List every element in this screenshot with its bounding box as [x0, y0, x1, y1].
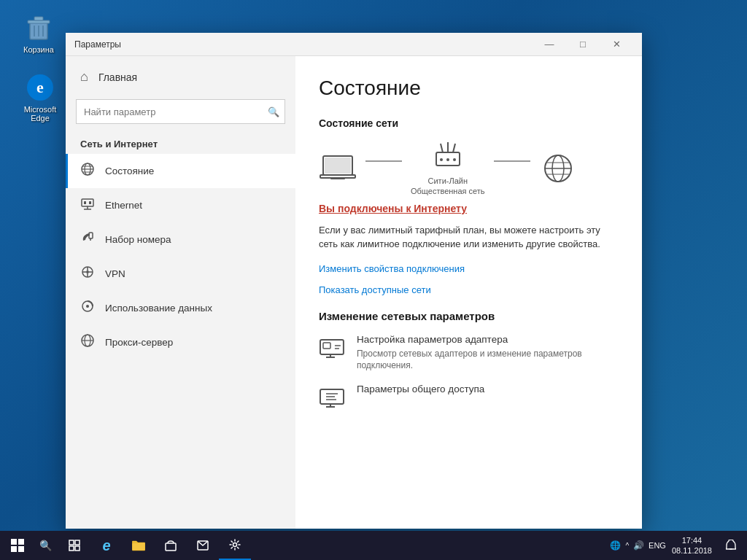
adapter-settings-title[interactable]: Настройка параметров адаптера	[357, 334, 619, 345]
mail-icon	[197, 540, 209, 551]
sidebar-section-title: Сеть и Интернет	[66, 131, 295, 154]
chevron-up-icon[interactable]: ^	[625, 542, 629, 550]
edge-icon[interactable]: e Microsoft Edge	[15, 73, 66, 122]
sidebar-item-ethernet-label: Ethernet	[105, 200, 142, 211]
sidebar-item-proxy-label: Прокси-сервер	[105, 337, 173, 348]
recycle-bin-icon[interactable]: Корзина	[13, 13, 64, 54]
clock-time: 17:44	[682, 535, 703, 545]
taskbar-store[interactable]	[155, 531, 187, 560]
show-networks-link[interactable]: Показать доступные сети	[319, 284, 619, 295]
task-view-icon	[69, 540, 80, 551]
taskbar-mail[interactable]	[187, 531, 219, 560]
line1	[365, 160, 402, 162]
sidebar: ⌂ Главная 🔍 Сеть и Интернет	[66, 56, 295, 529]
minimize-button[interactable]: —	[533, 33, 566, 56]
svg-rect-1	[28, 20, 50, 23]
svg-rect-62	[18, 546, 24, 552]
taskbar: 🔍 e	[0, 531, 747, 560]
svg-rect-2	[34, 17, 43, 20]
svg-rect-16	[84, 201, 86, 204]
taskbar-items: e	[58, 531, 251, 560]
svg-rect-66	[75, 546, 80, 551]
network-tray-icon: 🌐	[610, 540, 621, 551]
lang-indicator: ENG	[649, 541, 666, 550]
maximize-button[interactable]: □	[566, 33, 600, 56]
clock-date: 08.11.2018	[672, 545, 712, 556]
window-body: ⌂ Главная 🔍 Сеть и Интернет	[66, 56, 642, 529]
start-button[interactable]	[3, 531, 32, 560]
sidebar-item-status[interactable]: Состояние	[66, 154, 295, 188]
windows-logo	[11, 539, 24, 552]
laptop-icon	[319, 153, 357, 184]
trash-svg	[24, 13, 53, 42]
desktop: Корзина e Microsoft Edge Параметры — □ ✕	[0, 0, 747, 560]
title-bar: Параметры — □ ✕	[66, 33, 642, 56]
sidebar-item-proxy[interactable]: Прокси-сервер	[66, 325, 295, 359]
adapter-settings-card: Настройка параметров адаптера Просмотр с…	[319, 334, 619, 373]
svg-line-36	[441, 144, 443, 152]
svg-point-70	[233, 543, 237, 547]
vpn-icon	[80, 265, 95, 283]
svg-rect-61	[11, 546, 17, 552]
svg-rect-33	[320, 175, 355, 178]
proxy-icon	[80, 333, 95, 351]
router-icon	[433, 141, 462, 171]
close-button[interactable]: ✕	[600, 33, 633, 56]
taskbar-settings[interactable]	[219, 531, 251, 560]
main-content: Состояние Состояние сети	[295, 56, 642, 529]
svg-rect-32	[325, 158, 351, 174]
taskbar-search-button[interactable]: 🔍	[32, 531, 58, 560]
change-settings-heading: Изменение сетевых параметров	[319, 310, 619, 322]
taskbar-explorer[interactable]	[123, 531, 155, 560]
change-props-link[interactable]: Изменить свойства подключения	[319, 263, 619, 274]
svg-rect-67	[132, 542, 145, 551]
window-title: Параметры	[74, 39, 533, 50]
explorer-icon	[132, 540, 145, 551]
svg-rect-68	[166, 543, 176, 551]
adapter-settings-text: Настройка параметров адаптера Просмотр с…	[357, 334, 619, 373]
taskbar-system-icons: 🌐 ^ 🔊 ENG	[610, 540, 666, 551]
line2	[494, 160, 530, 162]
adapter-settings-icon	[319, 334, 345, 360]
router-device: Сити-ЛайнОбщественная сеть	[411, 141, 485, 197]
svg-rect-34	[330, 178, 345, 179]
taskbar-edge[interactable]: e	[90, 531, 123, 560]
edge-label: Microsoft Edge	[15, 105, 66, 122]
svg-rect-64	[75, 540, 80, 545]
svg-rect-48	[323, 343, 330, 349]
search-input[interactable]	[76, 99, 285, 124]
adapter-settings-desc: Просмотр сетевых адаптеров и изменение п…	[357, 348, 619, 373]
sidebar-home-label: Главная	[98, 71, 137, 83]
connected-text[interactable]: Вы подключены к Интернету	[319, 203, 619, 214]
sharing-settings-text: Параметры общего доступа	[357, 384, 484, 397]
laptop-device	[319, 153, 357, 184]
svg-rect-17	[89, 201, 91, 204]
svg-text:e: e	[36, 78, 44, 96]
notification-button[interactable]	[718, 531, 744, 560]
sharing-settings-card: Параметры общего доступа	[319, 384, 619, 410]
dialup-icon	[80, 230, 95, 249]
edge-svg: e	[26, 73, 55, 102]
sidebar-item-ethernet[interactable]: Ethernet	[66, 188, 295, 222]
home-icon: ⌂	[80, 69, 88, 85]
svg-rect-18	[89, 233, 93, 238]
search-icon: 🔍	[268, 106, 279, 117]
svg-rect-47	[320, 340, 344, 354]
router-label: Сити-ЛайнОбщественная сеть	[411, 176, 485, 197]
svg-point-27	[86, 305, 89, 308]
recycle-bin-label: Корзина	[23, 45, 54, 54]
taskbar-clock[interactable]: 17:44 08.11.2018	[672, 535, 712, 556]
sidebar-item-vpn-label: VPN	[105, 268, 125, 279]
sidebar-item-dialup[interactable]: Набор номера	[66, 222, 295, 257]
sidebar-item-status-label: Состояние	[105, 166, 154, 176]
network-status-heading: Состояние сети	[319, 117, 619, 129]
sidebar-home-button[interactable]: ⌂ Главная	[66, 62, 295, 92]
svg-line-38	[453, 144, 455, 152]
store-icon	[165, 540, 177, 551]
sharing-settings-title[interactable]: Параметры общего доступа	[357, 384, 484, 394]
info-text: Если у вас лимитный тарифный план, вы мо…	[319, 223, 619, 252]
taskbar-task-view[interactable]	[58, 531, 90, 560]
data-usage-icon	[80, 299, 95, 317]
sidebar-item-vpn[interactable]: VPN	[66, 257, 295, 291]
sidebar-item-data-usage[interactable]: Использование данных	[66, 291, 295, 325]
